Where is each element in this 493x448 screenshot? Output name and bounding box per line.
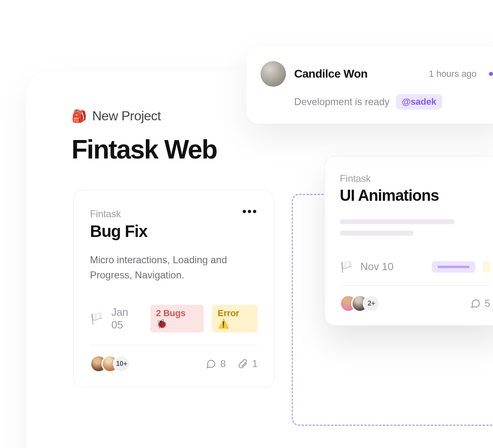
task-project-label: Fintask — [90, 208, 147, 220]
divider — [90, 345, 258, 345]
notification-message: Development is ready — [294, 96, 389, 108]
task-due-date: Nov 10 — [360, 260, 394, 273]
flag-icon: 🏳️ — [340, 262, 353, 272]
notification-author: Candilce Won — [294, 67, 421, 80]
attachments-value: 1 — [252, 358, 258, 370]
comments-count[interactable]: 8 — [205, 358, 226, 370]
flag-icon: 🏳️ — [90, 313, 103, 324]
task-project-label: Fintask — [340, 173, 490, 184]
task-title: UI Animations — [340, 187, 490, 204]
avatar-stack[interactable]: 2+ — [340, 295, 380, 312]
attachment-icon — [237, 358, 248, 369]
task-due-date: Jan 05 — [111, 306, 142, 331]
avatar-overflow: 2+ — [363, 295, 380, 312]
unread-dot-icon — [489, 72, 493, 76]
comment-icon — [205, 358, 216, 369]
skeleton-line — [340, 219, 455, 224]
comments-count[interactable]: 5 — [470, 298, 490, 309]
task-description: Micro interactions, Loading and Progress… — [90, 252, 258, 283]
backpack-icon: 🎒 — [71, 110, 87, 122]
avatar-stack[interactable]: 10+ — [90, 355, 130, 372]
attachments-count[interactable]: 1 — [237, 358, 258, 370]
chip-partial — [483, 261, 490, 273]
comments-value: 8 — [220, 358, 226, 370]
chip-error[interactable]: Error ⚠️ — [212, 305, 258, 333]
more-icon[interactable]: ••• — [242, 208, 258, 214]
task-card-ui-animations[interactable]: Fintask UI Animations 🏳️ Nov 10 2+ 5 — [325, 156, 493, 326]
comments-value: 5 — [485, 298, 490, 309]
chip-skeleton — [432, 261, 475, 273]
avatar-overflow: 10+ — [113, 355, 130, 372]
comment-icon — [470, 298, 481, 309]
task-title: Bug Fix — [90, 222, 147, 241]
project-badge-text: New Project — [92, 108, 161, 124]
mention-chip[interactable]: @sadek — [396, 94, 442, 110]
task-card-bug-fix[interactable]: Fintask Bug Fix ••• Micro interactions, … — [73, 190, 274, 388]
chip-bugs[interactable]: 2 Bugs 🐞 — [150, 305, 204, 333]
notification-toast[interactable]: Candilce Won 1 hours ago Development is … — [246, 47, 493, 124]
notification-time: 1 hours ago — [429, 69, 477, 79]
divider — [340, 285, 490, 286]
skeleton-line — [340, 231, 414, 236]
avatar — [260, 61, 286, 87]
